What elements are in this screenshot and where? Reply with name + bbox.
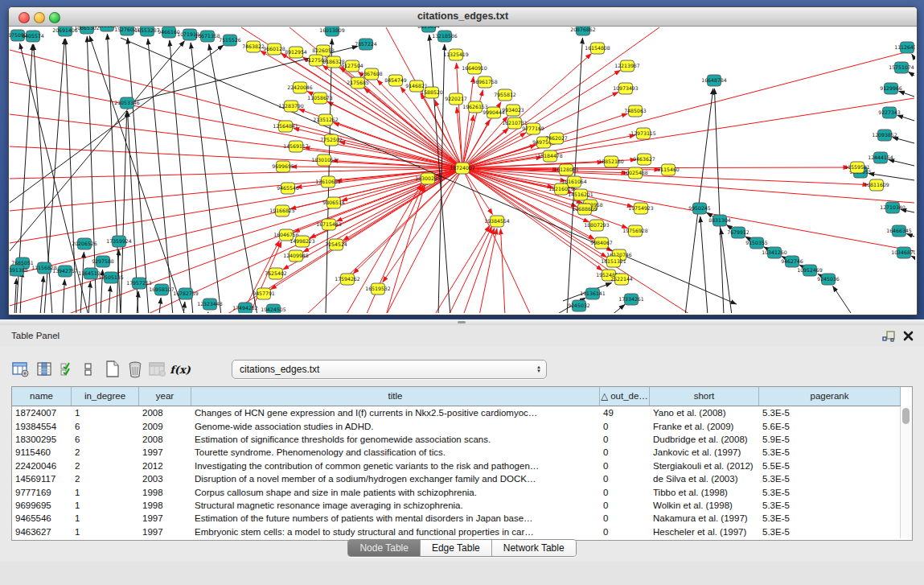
graph-node-label: 16154808: [585, 45, 610, 51]
table-row[interactable]: 946554611997Estimation of the future num…: [12, 512, 901, 525]
table-body[interactable]: 1872400712008Changes of HCN gene express…: [12, 406, 901, 538]
graph-node-label: 17957253: [126, 280, 152, 286]
table-row[interactable]: 1872400712008Changes of HCN gene express…: [12, 406, 901, 419]
table-cell-short: Franke et al. (2009): [650, 422, 759, 431]
column-header-1[interactable]: in_degree: [72, 387, 139, 406]
table-type-segmented-control[interactable]: Node TableEdge TableNetwork Table: [347, 539, 576, 557]
table-row[interactable]: 2242004622012Investigating the contribut…: [12, 459, 901, 472]
graph-node-label: 20876862: [570, 27, 596, 32]
new-document-icon[interactable]: [103, 360, 122, 379]
table-row[interactable]: 946362711997Embryonic stem cells: a mode…: [12, 525, 901, 538]
delete-trash-icon[interactable]: [125, 360, 145, 379]
graph-node-label: 9115460: [657, 167, 680, 172]
minimize-window-button[interactable]: [34, 12, 45, 23]
graph-edge: [911, 256, 914, 257]
graph-node-label: 18852160: [598, 159, 624, 164]
graph-node-label: 11126432: [894, 44, 915, 50]
table-settings-icon[interactable]: [11, 360, 31, 379]
table-cell-name: 9699695: [12, 501, 72, 510]
attribute-table[interactable]: namein_degreeyeartitle△ out_de…shortpage…: [11, 386, 913, 541]
close-window-button[interactable]: [18, 12, 30, 23]
column-header-2[interactable]: year: [139, 387, 191, 406]
scrollbar-thumb[interactable]: [902, 408, 910, 424]
graph-node-label: 10346870: [891, 249, 915, 255]
column-header-0[interactable]: name: [12, 387, 72, 406]
graph-node-label: 9245032: [568, 303, 590, 308]
tab-edge-table[interactable]: Edge Table: [421, 540, 492, 556]
network-view-canvas[interactable]: 1975092994055742069140610865302106552971…: [9, 27, 915, 313]
table-cell-title: Estimation of significance thresholds fo…: [191, 435, 600, 444]
graph-node-label: 9699695: [272, 163, 294, 169]
graph-node-label: 7857224: [355, 41, 377, 47]
graph-node-label: 16782759: [173, 290, 199, 296]
network-window-titlebar[interactable]: citations_edges.txt: [9, 7, 917, 27]
table-row[interactable]: 969969511998Structural magnetic resonanc…: [12, 499, 901, 512]
graph-node-label: 19756928: [622, 228, 648, 233]
graph-node-label: 10688609: [572, 206, 598, 212]
graph-node-label: 16128061: [553, 167, 579, 172]
tab-network-table[interactable]: Network Table: [492, 540, 576, 556]
graph-node-label: 8813054: [417, 27, 440, 29]
network-window[interactable]: citations_edges.txt 19750929940557420691…: [8, 6, 918, 315]
graph-node-label: 7955812: [494, 92, 516, 97]
table-panel-title: Table Panel: [11, 331, 60, 340]
graph-node-label: 21351262: [313, 117, 339, 122]
splitter-grip-icon: [458, 321, 466, 323]
column-header-5[interactable]: short: [650, 387, 759, 406]
table-row[interactable]: 911546021997Tourette syndrome. Phenomeno…: [12, 446, 901, 459]
table-cell-in_degree: 1: [72, 527, 139, 537]
table-cell-out_de: 49: [600, 408, 650, 418]
graph-edge: [159, 298, 161, 313]
graph-node-label: 8912954: [285, 49, 307, 55]
graph-node-label: 10811609: [864, 182, 889, 187]
graph-edge: [714, 89, 724, 313]
graph-node-label: 11559581: [844, 164, 870, 170]
graph-edge: [207, 312, 208, 313]
table-cell-short: Wolkin et al. (1998): [650, 501, 759, 510]
graph-edge: [343, 168, 462, 241]
vertical-scrollbar[interactable]: [900, 406, 912, 538]
table-cell-year: 2003: [139, 474, 191, 484]
column-header-6[interactable]: pagerank: [759, 387, 901, 406]
table-select-dropdown[interactable]: citations_edges.txt ▲▼: [232, 360, 547, 379]
graph-node-label: 16671358: [195, 33, 220, 39]
table-row[interactable]: 1830029562008Estimation of significance …: [12, 433, 901, 446]
graph-node-label: 16519532: [365, 286, 391, 291]
table-cell-in_degree: 1: [72, 501, 139, 510]
import-table-icon: [148, 360, 167, 379]
table-column-icon[interactable]: [35, 360, 55, 379]
table-cell-pagerank: 5.9E-5: [759, 435, 901, 444]
graph-node-label: 12323448: [197, 301, 223, 307]
graph-edge: [107, 34, 121, 313]
column-header-4[interactable]: △ out_de…: [600, 387, 650, 406]
table-cell-short: Jankovic et al. (1997): [650, 447, 759, 457]
close-panel-icon[interactable]: [902, 330, 914, 342]
graph-edge: [434, 226, 490, 313]
graph-node-label: 14569117: [283, 143, 309, 149]
select-all-checks-icon[interactable]: [58, 360, 77, 379]
graph-node-label: 11283790: [278, 103, 304, 109]
table-cell-year: 1997: [139, 447, 191, 457]
graph-edge: [462, 168, 493, 215]
graph-node-label: 12564841: [273, 123, 298, 129]
column-header-3[interactable]: title: [191, 387, 600, 406]
table-cell-name: 18300295: [12, 435, 72, 444]
table-cell-title: Structural magnetic resonance image aver…: [191, 501, 600, 510]
table-row[interactable]: 977716911998Corpus callosum shape and si…: [12, 485, 901, 498]
table-cell-title: Disruption of a novel member of a sodium…: [191, 474, 600, 484]
graph-edge: [191, 43, 221, 313]
table-header-row[interactable]: namein_degreeyeartitle△ out_de…shortpage…: [12, 387, 901, 406]
graph-node-label: 7254524: [325, 241, 347, 247]
graph-edge: [906, 233, 914, 237]
table-cell-in_degree: 1: [72, 408, 139, 418]
float-panel-icon[interactable]: [881, 330, 896, 344]
rows-icon[interactable]: [79, 360, 98, 379]
graph-edge: [611, 304, 625, 313]
table-row[interactable]: 1456911722003Disruption of a novel membe…: [12, 472, 901, 485]
function-builder-icon[interactable]: f(x): [170, 360, 190, 379]
tab-node-table[interactable]: Node Table: [348, 540, 421, 556]
zoom-window-button[interactable]: [49, 12, 60, 23]
table-row[interactable]: 1938455462009Genome-wide association stu…: [12, 419, 901, 432]
graph-node-label: 16151321: [601, 258, 626, 264]
graph-edge: [377, 80, 462, 168]
